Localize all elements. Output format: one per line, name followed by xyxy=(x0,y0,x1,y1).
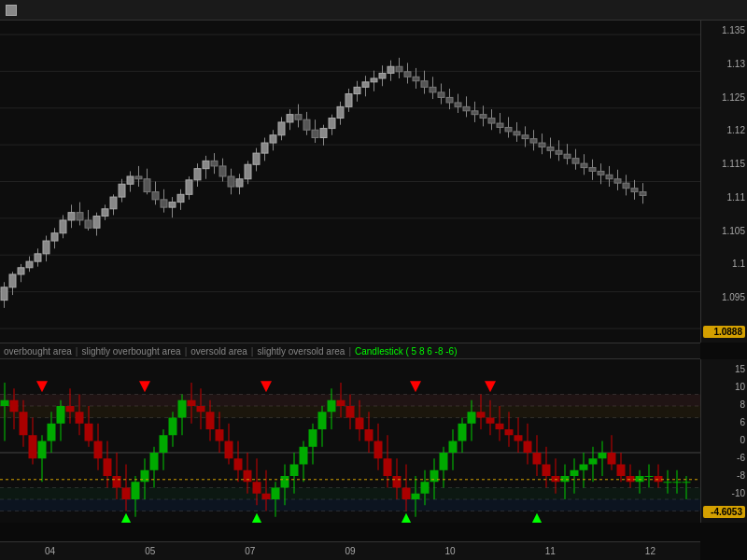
price-axis: 1.1351.131.1251.121.1151.111.1051.11.095… xyxy=(700,21,747,343)
x-tick-04: 04 xyxy=(45,546,55,556)
legend-slightly-oversold: slightly oversold area xyxy=(257,346,345,357)
main-candlestick-canvas xyxy=(0,21,700,343)
price-tick: 1.135 xyxy=(703,25,745,35)
osc-tick: -6 xyxy=(703,453,745,463)
x-tick-12: 12 xyxy=(645,546,655,556)
osc-active-tick: -4.6053 xyxy=(703,506,745,518)
price-tick: 1.12 xyxy=(703,125,745,135)
oscillator-axis: 1510860-6-8-10-4.6053 xyxy=(700,359,747,523)
price-tick: 1.105 xyxy=(703,226,745,236)
main-chart-area xyxy=(0,21,700,343)
osc-tick: 10 xyxy=(703,382,745,392)
osc-tick: 15 xyxy=(703,364,745,374)
price-tick: 1.13 xyxy=(703,59,745,69)
x-tick-09: 09 xyxy=(345,546,355,556)
legend-candlestick: Candlestick ( 5 8 6 -8 -6) xyxy=(355,346,458,357)
oscillator-chart-area xyxy=(0,359,700,523)
header-bar xyxy=(0,0,747,21)
x-tick-05: 05 xyxy=(145,546,155,556)
price-tick: 1.115 xyxy=(703,159,745,169)
osc-tick: 6 xyxy=(703,417,745,427)
price-tick: 1.125 xyxy=(703,92,745,103)
osc-tick: 8 xyxy=(703,399,745,410)
oscillator-canvas xyxy=(0,359,700,523)
indicator-legend: overbought area | slightly overbought ar… xyxy=(0,343,700,359)
active-price-tick: 1.0888 xyxy=(703,326,745,338)
price-tick: 1.11 xyxy=(703,192,745,203)
legend-overbought: overbought area xyxy=(4,346,72,357)
x-tick-11: 11 xyxy=(545,546,556,556)
header-info xyxy=(6,5,45,16)
x-tick-10: 10 xyxy=(445,546,456,556)
osc-tick: -10 xyxy=(703,488,745,498)
price-tick: 1.095 xyxy=(703,292,745,302)
osc-tick: 0 xyxy=(703,435,745,445)
price-tick: 1.1 xyxy=(703,259,745,269)
x-tick-07: 07 xyxy=(245,546,255,556)
symbol-icon xyxy=(6,5,17,16)
legend-slightly-overbought: slightly overbought area xyxy=(81,346,180,357)
x-axis-labels: 04 05 07 09 10 11 12 xyxy=(0,541,700,560)
legend-oversold: oversold area xyxy=(190,346,247,357)
osc-tick: -8 xyxy=(703,470,745,481)
